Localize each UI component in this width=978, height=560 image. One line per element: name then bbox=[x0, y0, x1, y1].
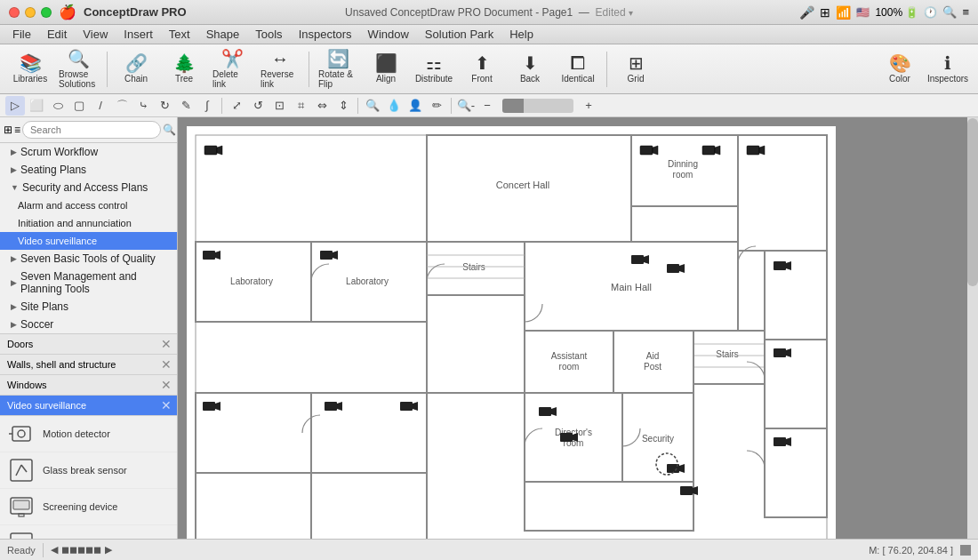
crop-tool[interactable]: ⊡ bbox=[269, 96, 289, 116]
svg-rect-67 bbox=[525, 482, 693, 531]
smart-connect-tool[interactable]: ↻ bbox=[155, 96, 174, 116]
siri-icon[interactable]: 🎤 bbox=[799, 5, 814, 20]
toolbar-sep-1 bbox=[107, 52, 108, 87]
app-switch-icon[interactable]: ⊞ bbox=[820, 5, 830, 20]
drawing-canvas[interactable]: Concert Hall Dinning room Laboratory bbox=[187, 126, 836, 539]
rounded-rect-tool[interactable]: ▢ bbox=[69, 96, 89, 116]
libraries-button[interactable]: 📚 Libraries bbox=[7, 48, 53, 91]
sidebar-grid-view[interactable]: ⊞ bbox=[4, 121, 12, 139]
ellipse-tool[interactable]: ⬭ bbox=[48, 96, 68, 116]
delete-link-button[interactable]: ✂️ Delete link bbox=[209, 48, 255, 91]
search-icon[interactable]: 🔍 bbox=[942, 5, 957, 19]
skew-tool[interactable]: ⌗ bbox=[291, 96, 310, 116]
video-surv-close-button[interactable]: ✕ bbox=[159, 398, 173, 412]
zoom-slider[interactable] bbox=[502, 99, 573, 113]
svg-rect-76 bbox=[203, 251, 215, 260]
sidebar-item-security-plans[interactable]: ▼ Security and Access Plans bbox=[0, 179, 177, 196]
sidebar-label-security: Security and Access Plans bbox=[22, 181, 148, 194]
bezier-tool[interactable]: ∫ bbox=[197, 96, 217, 116]
rect-tool[interactable]: ⬜ bbox=[27, 96, 46, 116]
front-button[interactable]: ⬆ Front bbox=[459, 48, 505, 91]
menu-help[interactable]: Help bbox=[502, 26, 541, 43]
menu-file[interactable]: File bbox=[5, 26, 38, 43]
sidebar-item-initiation[interactable]: Initiation and annunciation bbox=[0, 214, 177, 232]
svg-rect-102 bbox=[680, 486, 693, 495]
menu-insert[interactable]: Insert bbox=[116, 26, 160, 43]
lib-item-screening-device[interactable]: Screening device bbox=[0, 489, 177, 525]
tree-button[interactable]: 🌲 Tree bbox=[161, 48, 207, 91]
grid-button[interactable]: ⊞ Grid bbox=[613, 48, 659, 91]
rotate-flip-button[interactable]: 🔄 Rotate & Flip bbox=[315, 48, 361, 91]
search-button[interactable]: 🔍 bbox=[163, 121, 176, 139]
lib-item-monitor[interactable]: Monitor bbox=[0, 525, 177, 539]
canvas-area[interactable]: Concert Hall Dinning room Laboratory bbox=[178, 117, 978, 539]
menu-view[interactable]: View bbox=[76, 26, 115, 43]
menu-edit[interactable]: Edit bbox=[40, 26, 74, 43]
eyedropper-tool[interactable]: 💧 bbox=[384, 96, 404, 116]
menu-icon[interactable]: ≡ bbox=[962, 5, 969, 19]
flip-h-tool[interactable]: ⇔ bbox=[312, 96, 332, 116]
walls-close-button[interactable]: ✕ bbox=[159, 357, 173, 372]
identical-button[interactable]: ⧠ Identical bbox=[555, 48, 601, 91]
lib-item-glass-break[interactable]: Glass break sensor bbox=[0, 452, 177, 489]
curve-tool[interactable]: ⌒ bbox=[112, 96, 132, 116]
back-button[interactable]: ⬇ Back bbox=[507, 48, 553, 91]
zoom-minus-btn[interactable]: − bbox=[477, 96, 497, 116]
sidebar-item-seven-basic[interactable]: ▶ Seven Basic Tools of Quality bbox=[0, 250, 177, 268]
inspectors-button[interactable]: ℹ Inspectors bbox=[925, 48, 971, 91]
zoom-plus-btn[interactable]: + bbox=[579, 96, 598, 116]
sidebar-item-scrum-workflow[interactable]: ▶ Scrum Workflow bbox=[0, 143, 177, 161]
distribute-button[interactable]: ⚏ Distribute bbox=[411, 48, 457, 91]
search-input[interactable] bbox=[22, 121, 161, 139]
sidebar-list-view[interactable]: ≡ bbox=[14, 121, 20, 139]
sidebar-item-seating-plans[interactable]: ▶ Seating Plans bbox=[0, 161, 177, 179]
lib-item-motion-detector[interactable]: Motion detector bbox=[0, 416, 177, 452]
clock-icon[interactable]: 🕐 bbox=[924, 6, 937, 19]
page-next-btn[interactable]: ▶ bbox=[105, 544, 112, 556]
user-tool[interactable]: 👤 bbox=[405, 96, 425, 116]
highlight-tool[interactable]: ✏ bbox=[427, 96, 446, 116]
svg-marker-73 bbox=[715, 146, 720, 155]
zoom-out-btn[interactable]: 🔍- bbox=[456, 96, 476, 116]
menu-inspectors[interactable]: Inspectors bbox=[292, 26, 359, 43]
menu-solution-park[interactable]: Solution Park bbox=[418, 26, 501, 43]
doors-close-button[interactable]: ✕ bbox=[159, 337, 173, 351]
resize-handle[interactable] bbox=[960, 545, 971, 556]
menu-shape[interactable]: Shape bbox=[199, 26, 247, 43]
menu-window[interactable]: Window bbox=[361, 26, 416, 43]
close-button[interactable] bbox=[9, 7, 20, 18]
canvas-scroll[interactable]: Concert Hall Dinning room Laboratory bbox=[178, 117, 978, 539]
color-button[interactable]: 🎨 Color bbox=[877, 48, 923, 91]
chain-button[interactable]: 🔗 Chain bbox=[113, 48, 159, 91]
minimize-button[interactable] bbox=[25, 7, 36, 18]
traffic-lights bbox=[9, 7, 52, 18]
align-button[interactable]: ⬛ Align bbox=[363, 48, 409, 91]
flag-icon[interactable]: 🇺🇸 bbox=[856, 6, 870, 19]
sidebar-item-alarm[interactable]: Alarm and access control bbox=[0, 196, 177, 214]
wifi-icon[interactable]: 📶 bbox=[836, 5, 851, 20]
vertical-scrollbar[interactable] bbox=[967, 117, 978, 539]
windows-close-button[interactable]: ✕ bbox=[159, 378, 173, 392]
connect-tool[interactable]: ⤷ bbox=[133, 96, 153, 116]
rotate-tool[interactable]: ↺ bbox=[248, 96, 268, 116]
line-tool[interactable]: / bbox=[91, 96, 110, 116]
page-nav: ◀ ◼◼◼◼◼ ▶ bbox=[51, 544, 112, 556]
sidebar-item-soccer[interactable]: ▶ Soccer bbox=[0, 316, 177, 333]
page-num: ◼◼◼◼◼ bbox=[61, 544, 101, 556]
browse-solutions-button[interactable]: 🔍 Browse Solutions bbox=[55, 48, 101, 91]
menu-text[interactable]: Text bbox=[162, 26, 197, 43]
maximize-button[interactable] bbox=[41, 7, 52, 18]
menu-tools[interactable]: Tools bbox=[248, 26, 289, 43]
pen-tool[interactable]: ✎ bbox=[176, 96, 196, 116]
sidebar-item-seven-mgmt[interactable]: ▶ Seven Management and Planning Tools bbox=[0, 268, 177, 298]
transform-tool[interactable]: ⤢ bbox=[227, 96, 246, 116]
reverse-link-button[interactable]: ↔️ Reverse link bbox=[257, 48, 303, 91]
align-label: Align bbox=[376, 74, 396, 84]
sidebar-item-site-plans[interactable]: ▶ Site Plans bbox=[0, 298, 177, 316]
select-tool[interactable]: ▷ bbox=[5, 96, 25, 116]
sidebar-item-video-surveillance[interactable]: Video surveillance bbox=[0, 232, 177, 250]
zoom-in-tool[interactable]: 🔍 bbox=[363, 96, 382, 116]
flip-v-tool[interactable]: ⇕ bbox=[333, 96, 353, 116]
battery-icon: 100% 🔋 bbox=[875, 6, 918, 19]
page-prev-btn[interactable]: ◀ bbox=[51, 544, 58, 556]
